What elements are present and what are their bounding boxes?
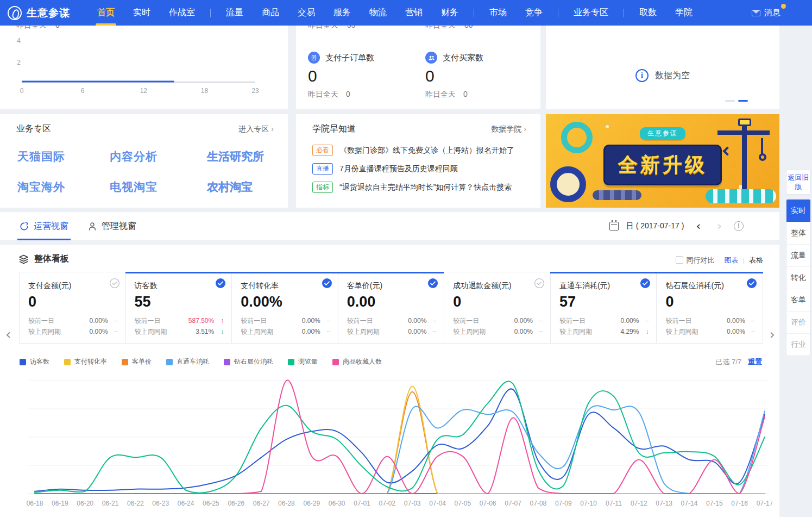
business-zone-link-4[interactable]: 电视淘宝 <box>110 179 199 195</box>
nav-item-2[interactable]: 作战室 <box>160 0 204 26</box>
legend-swatch <box>166 359 173 365</box>
promo-banner[interactable]: 生意参谋 全新升级 <box>546 114 779 208</box>
nav-item-18[interactable]: 学院 <box>666 0 702 26</box>
messages-button[interactable]: 消息 <box>752 0 780 26</box>
check-circle-icon[interactable] <box>640 278 651 289</box>
side-nav-item-0[interactable]: 实时 <box>786 200 810 222</box>
business-zone-link-0[interactable]: 天猫国际 <box>17 149 110 164</box>
nav-item-15[interactable]: 业务专区 <box>564 0 618 26</box>
metric-card-2[interactable]: 支付转化率0.00%较前一日0.00%–较上周同期0.00%– <box>231 272 338 344</box>
nav-item-9[interactable]: 营销 <box>396 0 432 26</box>
college-news-item-1[interactable]: 直播7月份直播课程预告及历史课程回顾 <box>312 163 526 175</box>
check-circle-icon[interactable] <box>109 278 120 289</box>
prev-day-button[interactable]: ‹ <box>691 220 705 232</box>
business-zone-link-2[interactable]: 生活研究所 <box>207 149 287 164</box>
nav-item-4[interactable]: 流量 <box>217 0 253 26</box>
nav-item-5[interactable]: 商品 <box>253 0 288 26</box>
nav-item-0[interactable]: 首页 <box>88 0 124 26</box>
metric-card-value: 57 <box>559 294 649 310</box>
enter-zone-link[interactable]: 进入专区› <box>238 124 274 134</box>
data-notice-icon[interactable]: ! <box>734 221 744 231</box>
side-nav-item-4[interactable]: 客单 <box>786 289 810 311</box>
trend-flat-icon: – <box>745 326 755 337</box>
legend-item-0[interactable]: 访客数 <box>20 357 49 366</box>
compare-label: 较前一日 <box>453 315 493 326</box>
compare-label: 较上周同期 <box>453 326 493 337</box>
nav-item-1[interactable]: 实时 <box>124 0 160 26</box>
back-to-old-version-button[interactable]: 返回旧版 <box>786 170 811 195</box>
compare-value: 0.00% <box>387 315 427 326</box>
side-nav-item-1[interactable]: 整体 <box>786 222 810 244</box>
compare-label: 较前一日 <box>559 315 600 326</box>
nav-divider <box>558 9 558 17</box>
svg-text:06-25: 06-25 <box>203 500 219 507</box>
nav-item-8[interactable]: 物流 <box>360 0 396 26</box>
legend-item-3[interactable]: 直通车消耗 <box>166 357 209 366</box>
compare-row: 较前一日0.00%– <box>347 315 437 326</box>
nav-item-13[interactable]: 竞争 <box>516 0 552 26</box>
banner-decor-ring <box>550 166 586 202</box>
metric-card-4[interactable]: 成功退款金额(元)0较前一日0.00%–较上周同期0.00%– <box>444 272 551 344</box>
cards-scroll-left[interactable]: ‹ <box>5 326 11 342</box>
main-nav: 首页实时作战室流量商品交易服务物流营销财务市场竞争业务专区取数学院 <box>88 0 702 26</box>
metric-card-title: 支付转化率 <box>241 281 330 291</box>
side-nav-item-2[interactable]: 流量 <box>786 244 810 266</box>
nav-item-6[interactable]: 交易 <box>288 0 324 26</box>
svg-text:0: 0 <box>20 87 24 95</box>
check-circle-icon[interactable] <box>534 278 545 289</box>
side-nav-item-6[interactable]: 行业 <box>786 333 810 356</box>
legend-label: 客单价 <box>132 357 152 366</box>
business-zone-link-5[interactable]: 农村淘宝 <box>207 179 287 195</box>
college-news-item-0[interactable]: 必看《数据门诊部》线下免费义诊（上海站）报名开始了 <box>312 145 526 156</box>
check-circle-icon[interactable] <box>427 278 438 289</box>
legend-item-2[interactable]: 客单价 <box>122 357 152 366</box>
compare-row: 较前一日0.00%– <box>665 315 755 326</box>
banner-title: 全新升级 <box>618 153 707 176</box>
peer-compare-checkbox[interactable]: 同行对比 <box>676 256 715 265</box>
side-nav-item-5[interactable]: 评价 <box>786 311 810 333</box>
check-circle-icon[interactable] <box>322 278 332 289</box>
nav-item-12[interactable]: 市场 <box>480 0 516 26</box>
tab-operation-view[interactable]: 运营视窗 <box>20 212 68 240</box>
legend-label: 直通车消耗 <box>177 357 209 366</box>
nav-item-10[interactable]: 财务 <box>432 0 468 26</box>
compare-row: 较上周同期0.00%– <box>28 326 118 337</box>
metric-card-3[interactable]: 客单价(元)0.00较前一日0.00%–较上周同期0.00%– <box>338 272 445 344</box>
business-zone-link-3[interactable]: 淘宝海外 <box>17 179 110 195</box>
carousel-dot-active[interactable] <box>738 100 748 102</box>
reset-button[interactable]: 重置 <box>748 357 762 367</box>
tab-management-view[interactable]: 管理视窗 <box>88 212 136 240</box>
toggle-chart-view[interactable]: 图表 <box>725 256 739 264</box>
carousel-indicators[interactable] <box>725 100 748 102</box>
metric-card-1[interactable]: 访客数55较前一日587.50%↑较上周同期3.51%↓ <box>125 272 232 344</box>
metric-card-6[interactable]: 钻石展位消耗(元)0较前一日0.00%–较上周同期0.00%– <box>656 272 763 344</box>
check-circle-icon[interactable] <box>215 278 226 289</box>
chart-legend: 访客数支付转化率客单价直通车消耗钻石展位消耗浏览量商品收藏人数 <box>20 357 382 366</box>
data-college-link[interactable]: 数据学院› <box>491 124 526 134</box>
legend-item-5[interactable]: 浏览量 <box>288 357 318 366</box>
side-nav-item-3[interactable]: 转化 <box>786 266 810 289</box>
calendar-icon[interactable] <box>609 222 619 231</box>
metric-card-0[interactable]: 支付金额(元)0较前一日0.00%–较上周同期0.00%– <box>19 272 126 344</box>
metric-card-title: 直通车消耗(元) <box>559 281 649 291</box>
app-logo[interactable]: 生意参谋 <box>8 6 88 20</box>
nav-item-7[interactable]: 服务 <box>324 0 360 26</box>
date-granularity-label[interactable]: 日 ( 2017-07-17 ) <box>626 221 684 231</box>
envelope-icon <box>752 10 760 16</box>
legend-item-6[interactable]: 商品收藏人数 <box>332 357 382 366</box>
news-tag: 指标 <box>312 182 333 193</box>
college-news-item-2[interactable]: 指标“退货退款自主完结平均时长”如何计算？快点击搜索 <box>312 182 526 193</box>
legend-item-4[interactable]: 钻石展位消耗 <box>224 357 273 366</box>
check-circle-icon[interactable] <box>746 278 757 289</box>
next-day-button[interactable]: › <box>713 220 726 232</box>
banner-crane-hook <box>761 138 763 154</box>
cards-scroll-right[interactable]: › <box>770 326 775 342</box>
nav-item-17[interactable]: 取数 <box>630 0 666 26</box>
carousel-dot[interactable] <box>725 100 735 102</box>
svg-text:06-29: 06-29 <box>303 500 320 507</box>
checkbox-icon[interactable] <box>676 256 683 264</box>
business-zone-link-1[interactable]: 内容分析 <box>110 149 199 164</box>
metric-card-5[interactable]: 直通车消耗(元)57较前一日0.00%–较上周同期4.29%↓ <box>550 272 657 344</box>
toggle-table-view[interactable]: 表格 <box>749 256 763 264</box>
legend-item-1[interactable]: 支付转化率 <box>64 357 107 366</box>
